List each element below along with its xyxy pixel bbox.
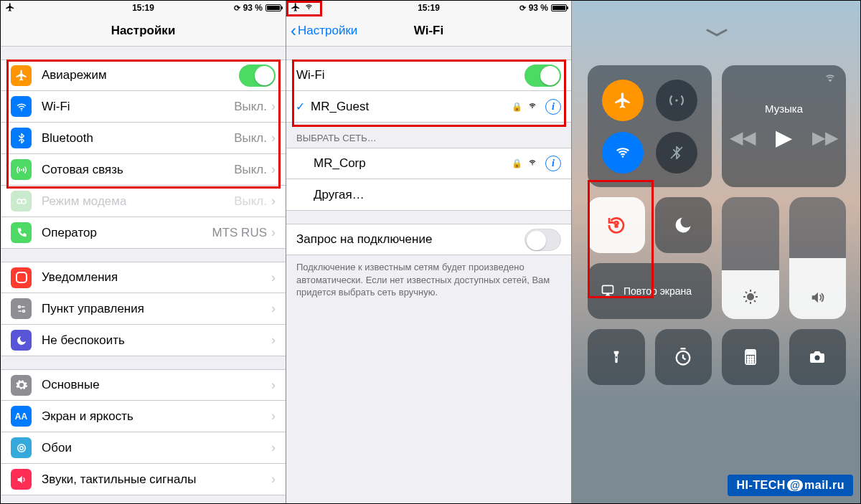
svg-point-15 [748, 294, 753, 300]
rotation-lock-icon: ⟳ [234, 4, 240, 13]
cc-airplane-button[interactable] [602, 80, 644, 121]
svg-point-8 [309, 9, 309, 9]
svg-point-27 [747, 361, 748, 363]
info-button[interactable]: i [545, 99, 561, 115]
row-other-network[interactable]: Другая… [286, 179, 571, 211]
svg-point-0 [21, 110, 22, 111]
chevron-right-icon: › [271, 378, 276, 393]
svg-point-30 [815, 356, 820, 361]
cc-rotation-lock-button[interactable] [588, 197, 645, 253]
prev-track-icon[interactable]: ◀◀ [730, 128, 756, 148]
wifi-toggle[interactable] [524, 65, 561, 87]
chevron-right-icon: › [271, 162, 276, 177]
cc-camera-button[interactable] [789, 329, 847, 385]
row-label: Wi-Fi [296, 68, 524, 82]
ask-toggle[interactable] [524, 229, 561, 251]
back-button[interactable]: ‹ Настройки [291, 24, 357, 38]
row-label: Оператор [42, 226, 208, 240]
row-wifi[interactable]: Wi-Fi Выкл. › [1, 91, 286, 123]
row-ask-to-join[interactable]: Запрос на подключение [286, 224, 571, 255]
cc-flashlight-button[interactable] [588, 329, 645, 385]
row-label: Wi-Fi [42, 100, 230, 114]
wifi-signal-icon [527, 101, 538, 113]
screenshot-control-center: Музыка ◀◀ ▶ ▶▶ Повтор экрана [572, 1, 861, 503]
music-tile[interactable]: Музыка ◀◀ ▶ ▶▶ [722, 65, 846, 187]
wifi-icon [11, 96, 32, 117]
row-general[interactable]: Основные › [1, 369, 286, 401]
row-airplane-mode[interactable]: Авиарежим [1, 60, 286, 91]
brightness-slider[interactable] [722, 197, 779, 319]
play-icon[interactable]: ▶ [776, 125, 792, 150]
control-center-icon [11, 298, 32, 319]
wifi-icon [304, 3, 314, 14]
page-title: Настройки [111, 24, 176, 38]
row-network[interactable]: MR_Corp 🔒 i [286, 148, 571, 179]
watermark-tld: .ru [829, 479, 844, 491]
svg-point-1 [20, 168, 22, 170]
watermark-brand: HI-TECH [736, 479, 785, 491]
svg-point-26 [752, 359, 753, 361]
chevron-right-icon: › [271, 301, 276, 316]
row-control-center[interactable]: Пункт управления › [1, 293, 286, 325]
svg-rect-16 [603, 285, 613, 293]
row-wifi-toggle[interactable]: Wi-Fi [286, 60, 571, 91]
svg-point-4 [18, 305, 20, 308]
row-label: Bluetooth [42, 131, 230, 146]
cc-cellular-button[interactable] [656, 80, 697, 121]
grabber-icon[interactable] [572, 1, 861, 65]
row-label: Уведомления [42, 270, 267, 285]
screen-mirroring-button[interactable]: Повтор экрана [588, 263, 712, 319]
svg-point-12 [622, 156, 624, 158]
svg-rect-20 [747, 351, 754, 354]
page-title: Wi-Fi [414, 24, 443, 38]
display-icon: AA [11, 406, 32, 427]
wifi-signal-icon [527, 158, 538, 169]
row-value: Выкл. [234, 131, 267, 146]
connectivity-tile [588, 65, 712, 187]
row-wallpaper[interactable]: Обои › [1, 432, 286, 464]
cc-timer-button[interactable] [655, 329, 712, 385]
row-value: Выкл. [234, 194, 267, 209]
cc-bluetooth-button[interactable] [656, 132, 697, 173]
watermark-domain: mail [804, 479, 829, 491]
cc-wifi-button[interactable] [602, 132, 644, 173]
chevron-right-icon: › [271, 130, 276, 146]
row-carrier[interactable]: Оператор MTS RUS › [1, 217, 286, 249]
row-dnd[interactable]: Не беспокоить › [1, 325, 286, 356]
status-time: 15:19 [132, 3, 154, 13]
row-connected-network[interactable]: ✓ MR_Guest 🔒 i [286, 91, 571, 123]
svg-point-11 [675, 99, 677, 101]
row-label: Основные [42, 378, 267, 392]
row-bluetooth[interactable]: Bluetooth Выкл. › [1, 123, 286, 154]
back-label: Настройки [298, 24, 357, 38]
svg-point-23 [752, 356, 753, 358]
network-name: Другая… [314, 188, 561, 202]
network-name: MR_Guest [311, 100, 507, 114]
network-name: MR_Corp [314, 156, 507, 171]
wallpaper-icon [11, 437, 32, 458]
sound-icon [11, 469, 32, 490]
notifications-icon [11, 267, 32, 288]
row-cellular[interactable]: Сотовая связь Выкл. › [1, 154, 286, 186]
airplane-toggle[interactable] [239, 65, 276, 87]
row-display[interactable]: AA Экран и яркость › [1, 401, 286, 432]
status-bar: 15:19 ⟳ 93 % [286, 1, 571, 15]
row-notifications[interactable]: Уведомления › [1, 262, 286, 293]
volume-slider[interactable] [789, 197, 847, 319]
chevron-right-icon: › [271, 440, 276, 455]
info-button[interactable]: i [545, 156, 561, 171]
battery-icon [551, 4, 567, 11]
chevron-right-icon: › [271, 225, 276, 240]
watermark: HI-TECH@mail.ru [728, 475, 853, 496]
row-value: Выкл. [234, 100, 267, 114]
cc-calculator-button[interactable] [722, 329, 779, 385]
row-sounds[interactable]: Звуки, тактильные сигналы › [1, 464, 286, 495]
next-track-icon[interactable]: ▶▶ [812, 128, 838, 148]
cc-dnd-button[interactable] [655, 197, 712, 253]
chevron-right-icon: › [271, 270, 276, 285]
row-label: Запрос на подключение [296, 232, 524, 247]
row-hotspot[interactable]: Режим модема Выкл. › [1, 186, 286, 217]
moon-icon [11, 330, 32, 351]
battery-icon [265, 4, 281, 11]
svg-point-7 [17, 444, 25, 452]
